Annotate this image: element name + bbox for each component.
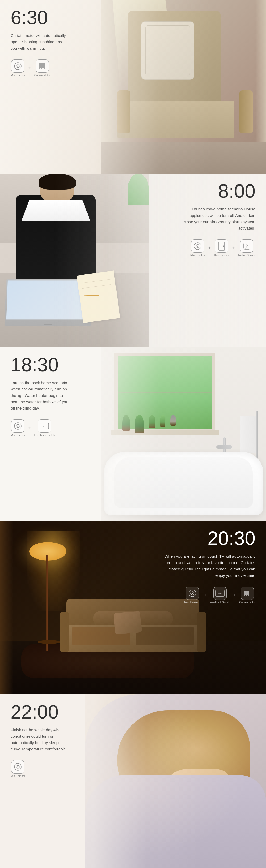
description-5: Finishing the whole day Air-conditioner … (11, 727, 69, 752)
description-1: Curtain motor will automatically open. S… (11, 32, 69, 52)
svg-text:abc: abc (218, 592, 221, 595)
thinker-svg-2 (194, 242, 202, 250)
plus-2a: + (208, 245, 211, 251)
device-motion-sensor: Motion Sensor (238, 240, 255, 257)
description-3: Launch the back home scenario when backA… (11, 380, 69, 411)
plus-4b: + (233, 592, 236, 598)
time-display-1: 6:30 (11, 8, 69, 27)
device-row-3: Mini Thinker + abc Feedback Switch (11, 420, 69, 437)
thinker-svg-5 (14, 763, 22, 771)
svg-point-12 (197, 246, 198, 247)
curtain-label-1: Curtain Motor (34, 74, 51, 77)
section-morning: 6:30 Curtain motor will automatically op… (0, 0, 266, 174)
curtain-label-2: Curtain motor (239, 601, 255, 604)
thinker-label-2: Mini Thinker (190, 254, 205, 257)
door-label: Door Sensor (214, 254, 229, 257)
motion-label: Motion Sensor (238, 254, 255, 257)
plus-1: + (28, 65, 31, 71)
description-2: Launch leave home scenario House applian… (181, 206, 255, 231)
device-mini-thinker-1: Mini Thinker (11, 59, 25, 77)
device-feedback-switch-1: abc Feedback Switch (34, 420, 55, 437)
section-evening: 20:30 When you are laying on couch TV wi… (0, 521, 266, 694)
thinker-label-5: Mini Thinker (11, 775, 25, 777)
thinker-label-4: Mini Thinker... (184, 601, 201, 604)
switch-icon-1: abc (38, 420, 51, 433)
device-mini-thinker-5: Mini Thinker (11, 760, 25, 777)
door-icon (215, 240, 228, 253)
section-4-content: 20:30 When you are laying on couch TV wi… (160, 529, 255, 604)
thinker-icon-2 (191, 240, 204, 253)
thinker-icon-3 (11, 420, 24, 433)
device-curtain-2: Curtain motor (239, 587, 255, 604)
thinker-icon-5 (11, 760, 24, 774)
section-back-home: 18:30 Launch the back home scenario when… (0, 347, 266, 521)
curtain-svg-2 (243, 590, 251, 597)
section-3-content: 18:30 Launch the back home scenario when… (11, 355, 69, 437)
time-display-5: 22:00 (11, 702, 69, 721)
switch-icon-2: abc (213, 587, 227, 600)
switch-label-1: Feedback Switch (34, 434, 55, 437)
device-mini-thinker-2: Mini Thinker (190, 240, 205, 257)
section-sleep: 22:00 Finishing the whole day Air-condit… (0, 694, 266, 868)
section-leave-home: 8:00 Launch leave home scenario House ap… (0, 174, 266, 347)
curtain-icon-1 (36, 59, 49, 73)
device-row-5: Mini Thinker (11, 760, 69, 777)
description-4: When you are laying on couch TV will aut… (160, 553, 255, 579)
device-door-sensor: Door Sensor (214, 240, 229, 257)
thinker-svg-1 (14, 62, 22, 70)
device-row-1: Mini Thinker + Curtain Motor (11, 59, 69, 77)
thinker-svg-3 (14, 422, 22, 430)
time-display-3: 18:30 (11, 355, 69, 374)
curtain-svg-1 (38, 62, 47, 70)
thinker-svg-4 (188, 589, 196, 597)
device-mini-thinker-4: Mini Thinker... (184, 587, 201, 604)
device-mini-thinker-3: Mini Thinker (11, 420, 25, 437)
thinker-label-3: Mini Thinker (11, 434, 25, 437)
switch-label-2: Feedback Switch (210, 601, 230, 604)
section-2-content: 8:00 Launch leave home scenario House ap… (181, 182, 255, 257)
svg-point-14 (223, 246, 224, 247)
svg-point-19 (17, 426, 18, 427)
section-1-content: 6:30 Curtain motor will automatically op… (11, 8, 69, 77)
thinker-icon-4 (186, 587, 199, 600)
svg-rect-15 (244, 243, 250, 249)
svg-point-24 (192, 593, 193, 594)
plus-2b: + (232, 245, 235, 251)
thinker-label-1: Mini Thinker (11, 74, 25, 77)
device-feedback-switch-2: abc Feedback Switch (210, 587, 230, 604)
switch-svg-2: abc (215, 590, 225, 597)
motion-svg (243, 242, 251, 250)
curtain-icon-2 (241, 587, 254, 600)
door-svg (218, 241, 225, 251)
svg-text:abc: abc (43, 425, 46, 427)
time-display-2: 8:00 (181, 182, 255, 201)
svg-point-2 (17, 66, 18, 67)
device-row-2: Mini Thinker + Door Sensor + (181, 240, 255, 257)
plus-3: + (28, 425, 31, 431)
motion-icon (240, 240, 254, 253)
svg-point-16 (246, 245, 248, 246)
device-row-4: Mini Thinker... + abc Feedback Switch + (160, 587, 255, 604)
time-display-4: 20:30 (160, 529, 255, 548)
device-curtain-1: Curtain Motor (34, 59, 51, 77)
thinker-icon-1 (11, 59, 24, 73)
switch-svg-1: abc (39, 422, 49, 430)
section-5-content: 22:00 Finishing the whole day Air-condit… (11, 702, 69, 777)
plus-4a: + (204, 592, 207, 598)
svg-point-36 (17, 766, 18, 767)
